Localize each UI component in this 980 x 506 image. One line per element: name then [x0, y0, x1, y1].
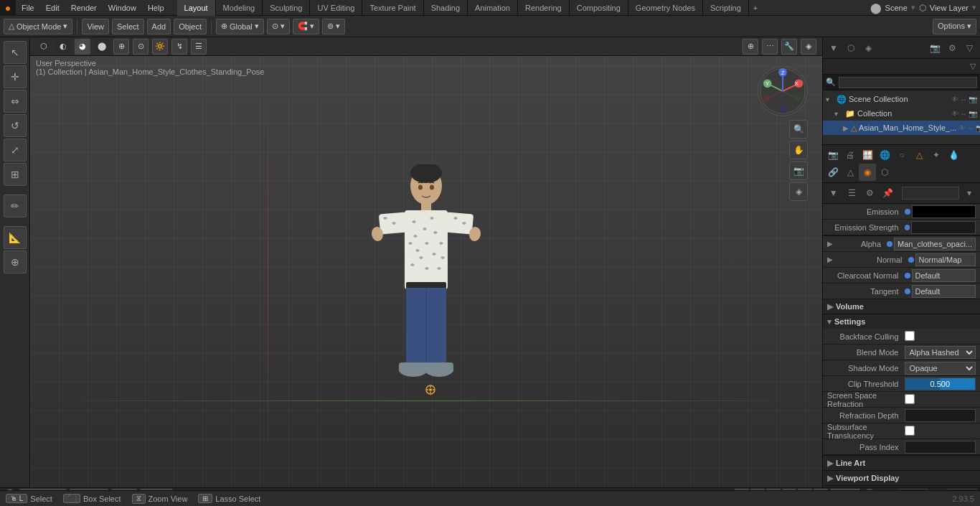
props-tab-constraints[interactable]: 🔗	[824, 164, 842, 181]
viewport-shading-render[interactable]: ⬤	[94, 39, 110, 55]
add-workspace-button[interactable]: +	[749, 0, 762, 16]
normal-selector[interactable]: Normal/Map	[915, 253, 976, 266]
mode-selector[interactable]: △ Object Mode ▾	[4, 19, 72, 34]
annotate-btn[interactable]: ✏	[4, 195, 27, 217]
props-tab-particles[interactable]: ✦	[928, 146, 945, 164]
object-menu[interactable]: Object	[174, 19, 207, 34]
tab-render-btn[interactable]: ⚙	[944, 40, 960, 56]
tangent-selector[interactable]: Default	[912, 285, 976, 298]
collection-eye-icon[interactable]: 👁	[951, 110, 958, 118]
props-tab-data[interactable]: △	[842, 164, 859, 181]
render-restrict-icon[interactable]: 📷	[969, 95, 977, 103]
normal-expand-icon[interactable]: ▶	[827, 256, 833, 263]
snap-toggle[interactable]: 🧲 ▾	[293, 19, 319, 34]
view-layer-label[interactable]: View Layer	[930, 4, 969, 12]
screen-space-refraction-checkbox[interactable]	[905, 394, 915, 404]
tab-filter-btn2[interactable]: ▽	[961, 40, 977, 56]
props-search-filter[interactable]: ▾	[962, 184, 977, 202]
emission-color-swatch[interactable]	[912, 205, 976, 218]
viewport-options-i[interactable]: ◈	[801, 39, 816, 55]
props-tab-world[interactable]: ○	[893, 146, 910, 164]
tab-filter-btn[interactable]: ▼	[826, 40, 842, 56]
viewport-options-f[interactable]: ⊕	[743, 39, 758, 55]
select-tool-btn[interactable]: ↖	[4, 41, 27, 64]
workspace-animation[interactable]: Animation	[468, 0, 518, 16]
collection-render-icon[interactable]: 📷	[969, 110, 977, 118]
viewport-options-h[interactable]: 🔧	[781, 39, 797, 55]
props-tab-viewlayer[interactable]: 🪟	[859, 146, 876, 164]
backface-culling-checkbox[interactable]	[905, 331, 915, 341]
settings-header[interactable]: ▾ Settings	[823, 314, 980, 329]
workspace-scripting[interactable]: Scripting	[703, 0, 749, 16]
add-menu[interactable]: Add	[147, 19, 171, 34]
workspace-modeling[interactable]: Modeling	[216, 0, 263, 16]
help-menu-item[interactable]: Help	[142, 0, 170, 15]
tree-item-collection[interactable]: ▾ 📁 Collection 👁 ↔ 📷	[823, 106, 980, 121]
viewport-options-b[interactable]: ⊙	[133, 39, 149, 55]
volume-header[interactable]: ▶ Volume	[823, 299, 980, 314]
viewport[interactable]: ⬡ ◐ ◕ ⬤ ⊕ ⊙ 🔆 ↯ ☰ ⊕ ⋯ 🔧 ◈ User Perspecti…	[30, 37, 822, 487]
select-restrict-icon[interactable]: ↔	[960, 95, 967, 103]
viewport-options-e[interactable]: ☰	[191, 39, 207, 55]
viewport-canvas[interactable]: X Y Z	[30, 37, 822, 487]
props-tab-output[interactable]: 🖨	[842, 146, 859, 164]
filter-icon[interactable]: ▽	[970, 62, 976, 71]
view-menu[interactable]: View	[82, 19, 109, 34]
line-art-header[interactable]: ▶ Line Art	[823, 456, 980, 470]
scale-tool-btn[interactable]: ⤢	[4, 139, 27, 161]
render-menu-item[interactable]: Render	[65, 0, 103, 15]
alpha-expand-icon[interactable]: ▶	[827, 240, 833, 248]
props-tab-object[interactable]: △	[910, 146, 928, 164]
render-preview-btn[interactable]: ◈	[789, 182, 808, 201]
workspace-sculpting[interactable]: Sculpting	[263, 0, 310, 16]
tree-item-scene-collection[interactable]: ▾ 🌐 Scene Collection 👁 ↔ 📷	[823, 92, 980, 106]
subsurface-translucency-checkbox[interactable]	[905, 426, 915, 436]
measure-btn[interactable]: 📐	[4, 226, 27, 249]
asian-man-select-icon[interactable]: ↔	[967, 124, 974, 132]
viewport-display-header[interactable]: ▶ Viewport Display	[823, 471, 980, 485]
pivot-selector[interactable]: ⊙ ▾	[267, 19, 290, 34]
tab-select-btn[interactable]: ◈	[860, 40, 876, 56]
asian-man-render-icon[interactable]: 📷	[976, 124, 980, 132]
props-list-btn[interactable]: ☰	[844, 184, 859, 202]
workspace-shading[interactable]: Shading	[424, 0, 468, 16]
outliner-search-input[interactable]	[839, 77, 977, 88]
props-tab-shading[interactable]: ⬡	[876, 164, 893, 181]
asian-man-eye-icon[interactable]: 👁	[958, 124, 966, 132]
cursor-tool-btn[interactable]: ✛	[4, 65, 27, 88]
alpha-selector[interactable]: Man_clothes_opaci...	[894, 238, 976, 250]
rotate-tool-btn[interactable]: ↺	[4, 114, 27, 137]
emission-strength-input[interactable]: 1.000	[911, 221, 976, 234]
props-settings-btn[interactable]: ⚙	[862, 184, 877, 202]
blend-mode-select[interactable]: Alpha Hashed Opaque Alpha Blend Alpha Cl…	[905, 346, 976, 359]
move-tool-btn[interactable]: ⇔	[4, 90, 27, 113]
viewport-options-c[interactable]: 🔆	[152, 39, 168, 55]
viewport-options-a[interactable]: ⊕	[113, 39, 129, 55]
refraction-depth-input[interactable]: 0 m	[905, 409, 976, 422]
viewport-shading-solid[interactable]: ◐	[55, 39, 71, 55]
pass-index-input[interactable]: 0	[905, 441, 976, 454]
transform-tool-btn[interactable]: ⊞	[4, 163, 27, 186]
transform-selector[interactable]: ⊕ Global ▾	[216, 19, 264, 34]
workspace-geometry-nodes[interactable]: Geometry Nodes	[628, 0, 703, 16]
props-tab-material[interactable]: ◉	[859, 164, 876, 181]
options-button[interactable]: Options ▾	[933, 19, 976, 34]
workspace-uv-editing[interactable]: UV Editing	[310, 0, 362, 16]
shadow-mode-select[interactable]: Opaque None Alpha Clip Alpha Hashed	[905, 362, 976, 375]
props-tab-render[interactable]: 📷	[824, 146, 842, 164]
workspace-rendering[interactable]: Rendering	[518, 0, 570, 16]
tree-item-asian-man[interactable]: ▶ △ Asian_Man_Home_Style_... 👁 ↔ 📷	[823, 121, 980, 135]
workspace-layout[interactable]: Layout	[177, 0, 216, 16]
add-btn[interactable]: ⊕	[4, 250, 27, 273]
viewport-gizmo[interactable]: X Y Z	[758, 66, 808, 116]
workspace-texture-paint[interactable]: Texture Paint	[362, 0, 423, 16]
eye-icon[interactable]: 👁	[951, 95, 958, 103]
workspace-compositing[interactable]: Compositing	[570, 0, 628, 16]
viewport-shading-wire[interactable]: ⬡	[36, 39, 52, 55]
pan-btn[interactable]: ✋	[789, 141, 808, 159]
viewport-shading-material[interactable]: ◕	[75, 39, 90, 55]
tab-camera-btn[interactable]: 📷	[927, 40, 943, 56]
props-tab-physics[interactable]: 💧	[945, 146, 962, 164]
props-tab-scene[interactable]: 🌐	[876, 146, 893, 164]
collection-select-icon[interactable]: ↔	[960, 110, 967, 118]
